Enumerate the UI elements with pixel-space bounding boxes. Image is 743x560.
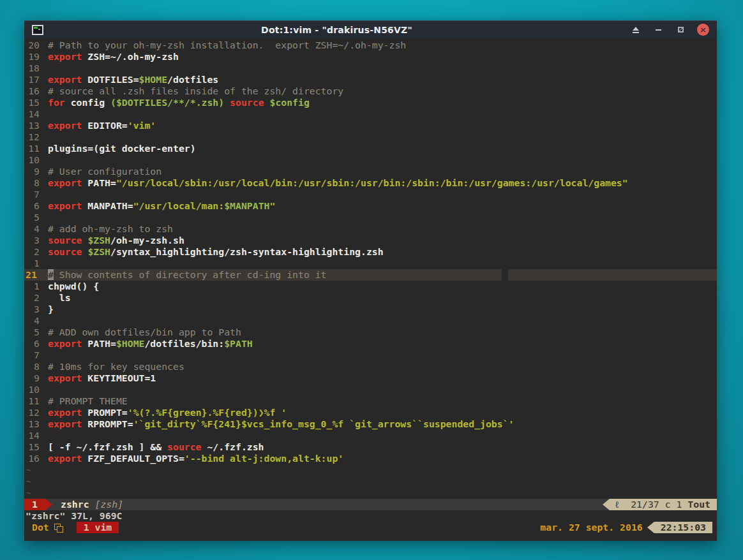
- code-line: 8export PATH="/usr/local/sbin:/usr/local…: [24, 177, 717, 189]
- line-number: 5: [28, 212, 40, 223]
- code-line: 13export EDITOR='vim': [24, 120, 717, 131]
- line-number: 1: [28, 281, 40, 292]
- code-text: # Path to your oh-my-zsh installation. e…: [48, 40, 406, 50]
- line-number: 18: [28, 63, 40, 74]
- code-text: [ -f ~/.fzf.zsh ] && source ~/.fzf.zsh: [48, 441, 264, 452]
- close-button[interactable]: ×: [697, 24, 709, 36]
- code-line: 4: [24, 315, 717, 327]
- line-number: 17: [28, 74, 40, 85]
- code-text: # User configuration: [48, 166, 161, 177]
- line-number: 16: [28, 453, 40, 464]
- line-symbol: ℓ: [615, 499, 619, 510]
- line-number: 8: [28, 177, 40, 189]
- line-number: 10: [28, 384, 40, 395]
- line-number: 15: [28, 97, 40, 108]
- line-number: 19: [28, 51, 40, 63]
- maximize-button[interactable]: [675, 24, 686, 36]
- code-line: 15for config ($DOTFILES/**/*.zsh) source…: [24, 97, 717, 108]
- column-symbol: c: [665, 499, 671, 510]
- code-line: 3source $ZSH/oh-my-zsh.sh: [24, 235, 717, 246]
- colorcolumn-gap: [502, 269, 508, 281]
- code-text: source $ZSH/syntax_highlighting/zsh-synt…: [48, 246, 384, 257]
- line-number: 13: [28, 418, 40, 430]
- code-text: plugins=(git docker-enter): [48, 143, 196, 154]
- tilde-marker: ~: [26, 464, 31, 476]
- shade-button[interactable]: [630, 24, 642, 36]
- code-line: 7: [24, 350, 717, 361]
- code-line: 10: [24, 384, 717, 395]
- line-number: 1: [28, 258, 40, 269]
- line-number: 6: [28, 200, 40, 212]
- line-number: 4: [28, 315, 40, 327]
- column-number: 1: [677, 499, 682, 510]
- code-text: export PATH="/usr/local/sbin:/usr/local/…: [48, 177, 628, 188]
- line-of-total: 21/37: [631, 499, 659, 510]
- terminal-window: Dot:1:vim - "drakirus-N56VZ" × 20# Path …: [24, 20, 717, 541]
- code-text: source $ZSH/oh-my-zsh.sh: [48, 235, 184, 246]
- code-text: # source all .zsh files inside of the zs…: [48, 85, 343, 96]
- line-number: 2: [28, 246, 40, 258]
- tmux-date: mar. 27 sept. 2016: [540, 522, 642, 533]
- statusline-filetype: [zsh]: [95, 499, 124, 510]
- powerline-arrow-left-icon: [603, 499, 610, 510]
- code-line: 9export KEYTIMEOUT=1: [24, 372, 717, 384]
- line-number: 2: [28, 292, 40, 304]
- code-text: export PROMPT='%(?.%F{green}.%F{red})❯%f…: [48, 407, 287, 418]
- code-line: 9# User configuration: [24, 166, 717, 177]
- code-line: 11# PROMPT THEME: [24, 395, 717, 407]
- line-number: 9: [28, 166, 40, 177]
- tilde-marker: ~: [26, 476, 31, 487]
- line-number: 12: [28, 407, 40, 418]
- titlebar[interactable]: Dot:1:vim - "drakirus-N56VZ" ×: [24, 20, 717, 38]
- line-number: 13: [28, 120, 40, 131]
- powerline-arrow-right-icon: [45, 499, 52, 510]
- line-number: 10: [28, 154, 40, 166]
- statusline-filename: zshrc: [61, 499, 89, 510]
- line-number: 7: [28, 350, 40, 361]
- code-text: # ADD own dotfiles/bin app to Path: [48, 327, 241, 337]
- code-text: # 10ms for key sequences: [48, 361, 184, 372]
- line-number: 11: [28, 143, 40, 154]
- code-line: 16export FZF_DEFAULT_OPTS='--bind alt-j:…: [24, 453, 717, 464]
- code-line: 19export ZSH=~/.oh-my-zsh: [24, 51, 717, 63]
- line-number: 14: [28, 430, 40, 441]
- code-text: export MANPATH="/usr/local/man:$MANPATH": [48, 200, 275, 211]
- line-number: 20: [28, 40, 40, 51]
- code-line: 8# 10ms for key sequences: [24, 361, 717, 372]
- line-number: 21: [26, 269, 40, 281]
- tilde-marker: ~: [26, 487, 31, 499]
- code-line: 6export MANPATH="/usr/local/man:$MANPATH…: [24, 200, 717, 212]
- code-line: 10: [24, 154, 717, 166]
- code-line: 17export DOTFILES=$HOME/dotfiles: [24, 74, 717, 85]
- tmux-session-name[interactable]: Dot: [32, 522, 49, 533]
- powerline-arrow-left-icon: [647, 522, 654, 533]
- line-number: 3: [28, 235, 40, 246]
- block-cursor: #: [48, 269, 54, 280]
- minimize-button[interactable]: [652, 24, 664, 36]
- code-line: 1: [24, 258, 717, 269]
- code-text: ls: [48, 292, 71, 303]
- line-number: 4: [28, 223, 40, 235]
- tmux-active-window[interactable]: 1 vim: [77, 522, 119, 533]
- code-text: # Show contents of directory after cd-in…: [48, 269, 327, 280]
- code-text: export KEYTIMEOUT=1: [48, 372, 156, 383]
- cursor-line: 21# Show contents of directory after cd-…: [24, 269, 717, 281]
- code-text: # PROMPT THEME: [48, 395, 128, 406]
- line-number: 7: [28, 189, 40, 200]
- terminal-icon: [32, 25, 43, 35]
- file-position-label: Tout: [687, 499, 710, 510]
- editor-buffer[interactable]: 20# Path to your oh-my-zsh installation.…: [24, 38, 717, 499]
- line-number: 15: [28, 441, 40, 453]
- code-text: export FZF_DEFAULT_OPTS='--bind alt-j:do…: [48, 453, 343, 464]
- code-line: 5# ADD own dotfiles/bin app to Path: [24, 327, 717, 338]
- line-number: 5: [28, 327, 40, 338]
- empty-buffer-line: ~: [24, 464, 717, 476]
- cursor-position: ℓ 21/37 c 1 Tout: [610, 499, 717, 510]
- code-text: export RPROMPT='`git_dirty`%F{241}$vcs_i…: [48, 418, 514, 429]
- window-copy-icon: [54, 524, 63, 532]
- line-number: 9: [28, 372, 40, 384]
- code-line: 12: [24, 131, 717, 143]
- code-line: 20# Path to your oh-my-zsh installation.…: [24, 40, 717, 51]
- tmux-status-right: mar. 27 sept. 2016 22:15:03: [540, 522, 717, 533]
- line-number: 14: [28, 108, 40, 120]
